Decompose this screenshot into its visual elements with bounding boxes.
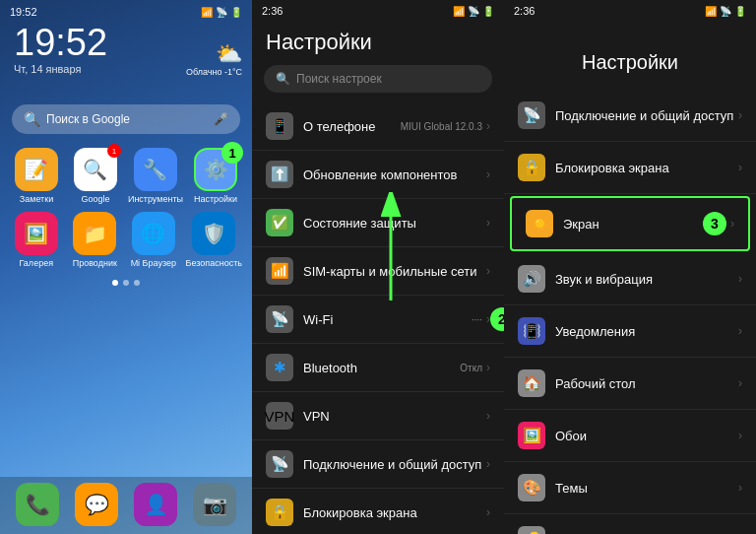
- settings-item-update[interactable]: ⬆️ Обновление компонентов ›: [252, 151, 504, 199]
- app-icon-notes: 📝: [15, 148, 58, 191]
- step3-badge: 3: [703, 212, 726, 235]
- detail-icon-desktop: 🏠: [518, 369, 545, 397]
- chevron-d-sound: ›: [738, 272, 742, 286]
- settings-item-sim[interactable]: 📶 SIM-карты и мобильные сети ›: [252, 247, 504, 296]
- battery-icon-r: 🔋: [734, 6, 746, 17]
- detail-text-themes: Темы: [555, 481, 738, 496]
- weather-widget: ⛅ Облачно -1°C: [186, 41, 242, 77]
- settings-text-sharing: Подключение и общий доступ: [303, 457, 486, 472]
- dock-phone[interactable]: 📞: [10, 483, 65, 526]
- app-explorer[interactable]: 📁 Проводник: [69, 212, 122, 268]
- settings-time-middle: 2:36: [262, 5, 283, 17]
- settings-right-lockscreen: ›: [486, 505, 490, 519]
- home-status-icons: 📶 📡 🔋: [201, 7, 242, 18]
- detail-icon-screen: ☀️: [526, 210, 553, 237]
- detail-item-notif[interactable]: 📳 Уведомления ›: [504, 305, 756, 358]
- app-label-google: Google: [81, 194, 109, 204]
- app-settings[interactable]: ⚙️ 1 Настройки: [189, 148, 242, 204]
- google-search-bar[interactable]: 🔍 Поиск в Google 🎤: [12, 104, 240, 134]
- app-security[interactable]: 🛡️ Безопасность: [186, 212, 242, 268]
- app-grid-row1: 📝 Заметки 🔍 1 Google 🔧 Инструменты ⚙️ 1 …: [0, 144, 252, 208]
- settings-item-sharing[interactable]: 📡 Подключение и общий доступ ›: [252, 440, 504, 489]
- dot-1: [112, 280, 118, 286]
- settings-icon-about: 📱: [266, 112, 293, 140]
- settings-title-update: Обновление компонентов: [303, 167, 486, 182]
- dot-2: [123, 280, 129, 286]
- detail-item-sound[interactable]: 🔊 Звук и вибрация ›: [504, 253, 756, 305]
- step2-badge: 2: [490, 307, 504, 331]
- app-icon-gallery: 🖼️: [15, 212, 58, 255]
- dock-contacts[interactable]: 👤: [128, 483, 183, 526]
- app-label-explorer: Проводник: [73, 258, 117, 268]
- settings-text-about: О телефоне: [303, 119, 401, 134]
- app-tools[interactable]: 🔧 Инструменты: [128, 148, 183, 204]
- settings-detail-list: 📡 Подключение и общий доступ › 🔒 Блокиро…: [504, 90, 756, 534]
- weather-icon: ⛅: [216, 41, 242, 67]
- app-icon-settings: ⚙️ 1: [194, 148, 237, 191]
- app-zaметки[interactable]: 📝 Заметки: [10, 148, 63, 204]
- app-browser[interactable]: 🌐 Mi Браузер: [127, 212, 180, 268]
- app-label-browser: Mi Браузер: [131, 258, 176, 268]
- app-label-tools: Инструменты: [128, 194, 183, 204]
- settings-title-vpn: VPN: [303, 409, 486, 424]
- mic-icon[interactable]: 🎤: [214, 112, 228, 126]
- settings-icon-bluetooth: ✱: [266, 354, 293, 381]
- settings-item-protect[interactable]: ✅ Состояние защиты ›: [252, 199, 504, 247]
- home-screen: 19:52 📶 📡 🔋 19:52 Чт, 14 января ⛅ Облачн…: [0, 0, 252, 534]
- app-label-settings: Настройки: [194, 194, 237, 204]
- detail-item-sharing[interactable]: 📡 Подключение и общий доступ ›: [504, 90, 756, 142]
- settings-right-bluetooth: Откл ›: [460, 361, 490, 374]
- app-dock: 📞 💬 👤 📷: [0, 477, 252, 534]
- settings-text-bluetooth: Bluetooth: [303, 361, 460, 375]
- dock-messages[interactable]: 💬: [69, 483, 124, 526]
- dock-icon-phone: 📞: [16, 483, 59, 526]
- battery-icon-m: 🔋: [482, 6, 494, 17]
- detail-item-screen[interactable]: ☀️ Экран › 3: [510, 196, 750, 251]
- wifi-status: ····: [472, 314, 482, 325]
- settings-icon-protect: ✅: [266, 209, 293, 236]
- settings-title-protect: Состояние защиты: [303, 216, 486, 231]
- app-google[interactable]: 🔍 1 Google: [69, 148, 122, 204]
- app-icon-security: 🛡️: [192, 212, 235, 255]
- detail-text-wallpaper: Обои: [555, 429, 738, 443]
- settings-list: 📱 О телефоне MIUI Global 12.0.3 › ⬆️ Обн…: [252, 102, 504, 534]
- settings-icon-wifi: 📡: [266, 305, 293, 333]
- detail-item-lockscreen[interactable]: 🔒 Блокировка экрана ›: [504, 142, 756, 194]
- signal-icon-r: 📶: [705, 6, 717, 17]
- settings-right-update: ›: [486, 167, 490, 181]
- app-gallery[interactable]: 🖼️ Галерея: [10, 212, 63, 268]
- settings-item-wifi[interactable]: 📡 Wi-Fi ···· › 2: [252, 296, 504, 344]
- settings-icon-lockscreen: 🔒: [266, 499, 293, 526]
- detail-item-desktop[interactable]: 🏠 Рабочий стол ›: [504, 358, 756, 410]
- chevron-d-themes: ›: [738, 481, 742, 495]
- app-icon-tools: 🔧: [134, 148, 177, 191]
- settings-right-sim: ›: [486, 264, 490, 278]
- settings-icon-sharing: 📡: [266, 450, 293, 478]
- detail-item-passwords[interactable]: 🔑 Пароли и безопасность ›: [504, 514, 756, 534]
- app-icon-browser: 🌐: [132, 212, 175, 255]
- dock-camera[interactable]: 📷: [187, 483, 242, 526]
- chevron-about: ›: [486, 119, 490, 133]
- settings-item-vpn[interactable]: VPN VPN ›: [252, 392, 504, 440]
- detail-text-lockscreen: Блокировка экрана: [555, 161, 738, 175]
- status-icons-middle: 📶 📡 🔋: [453, 6, 494, 17]
- detail-text-notif: Уведомления: [555, 324, 738, 339]
- chevron-sharing: ›: [486, 457, 490, 471]
- detail-item-themes[interactable]: 🎨 Темы ›: [504, 462, 756, 514]
- weather-text: Облачно -1°C: [186, 67, 242, 77]
- settings-title-right: Настройки: [504, 22, 756, 90]
- settings-right-vpn: ›: [486, 409, 490, 423]
- settings-item-lockscreen[interactable]: 🔒 Блокировка экрана ›: [252, 489, 504, 534]
- settings-search-bar[interactable]: 🔍 Поиск настроек: [264, 65, 492, 93]
- home-status-bar: 19:52 📶 📡 🔋: [0, 0, 252, 20]
- chevron-d-wallpaper: ›: [738, 429, 742, 442]
- settings-item-about[interactable]: 📱 О телефоне MIUI Global 12.0.3 ›: [252, 102, 504, 151]
- settings-right-protect: ›: [486, 216, 490, 230]
- detail-item-wallpaper[interactable]: 🖼️ Обои ›: [504, 410, 756, 462]
- settings-item-bluetooth[interactable]: ✱ Bluetooth Откл ›: [252, 344, 504, 392]
- google-logo: 🔍: [24, 111, 40, 127]
- detail-text-sharing: Подключение и общий доступ: [555, 108, 738, 123]
- settings-text-update: Обновление компонентов: [303, 167, 486, 182]
- detail-icon-themes: 🎨: [518, 474, 545, 501]
- wifi-icon: 📡: [216, 7, 227, 18]
